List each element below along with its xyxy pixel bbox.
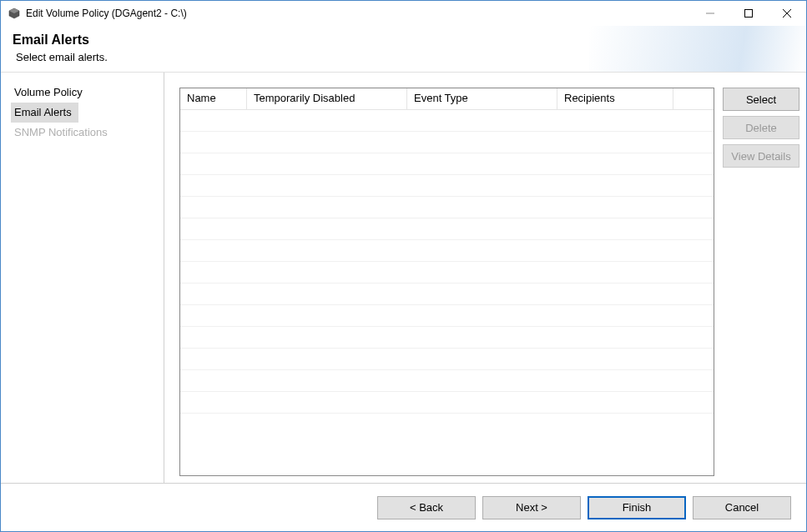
table-row[interactable] <box>180 218 714 240</box>
column-header-spacer <box>673 88 714 109</box>
view-details-button: View Details <box>723 144 799 168</box>
window-controls <box>691 1 806 26</box>
table-header-row: Name Temporarily Disabled Event Type Rec… <box>180 88 714 110</box>
delete-button: Delete <box>723 116 799 139</box>
table-row[interactable] <box>180 284 714 305</box>
page-heading: Email Alerts <box>13 33 794 48</box>
column-header-temp-disabled[interactable]: Temporarily Disabled <box>247 88 407 109</box>
content-area: Volume Policy Email Alerts SNMP Notifica… <box>1 72 806 483</box>
dialog-window: Edit Volume Policy (DGAgent2 - C:\) Emai… <box>0 0 807 532</box>
minimize-button[interactable] <box>691 1 729 26</box>
close-button[interactable] <box>768 1 806 26</box>
sidebar-item-snmp-notifications: SNMP Notifications <box>1 123 164 143</box>
maximize-button[interactable] <box>729 1 768 26</box>
table-row[interactable] <box>180 327 714 349</box>
app-icon <box>8 7 21 20</box>
main-pane: Name Temporarily Disabled Event Type Rec… <box>164 73 806 483</box>
wizard-footer: < Back Next > Finish Cancel <box>1 483 806 531</box>
table-row[interactable] <box>180 349 714 370</box>
select-button[interactable]: Select <box>723 88 799 111</box>
svg-rect-3 <box>745 10 753 18</box>
sidebar-item-email-alerts[interactable]: Email Alerts <box>11 103 78 123</box>
back-button[interactable]: < Back <box>377 496 476 519</box>
column-header-name[interactable]: Name <box>180 88 247 109</box>
table-row[interactable] <box>180 132 714 153</box>
page-subtitle: Select email alerts. <box>16 51 794 63</box>
window-title: Edit Volume Policy (DGAgent2 - C:\) <box>26 8 187 19</box>
column-header-recipients[interactable]: Recipients <box>557 88 673 109</box>
column-header-event-type[interactable]: Event Type <box>407 88 557 109</box>
table-row[interactable] <box>180 110 714 132</box>
alerts-table[interactable]: Name Temporarily Disabled Event Type Rec… <box>179 88 714 476</box>
table-body <box>180 110 714 475</box>
next-button[interactable]: Next > <box>482 496 581 519</box>
table-row[interactable] <box>180 262 714 284</box>
finish-button[interactable]: Finish <box>588 496 686 519</box>
page-header: Email Alerts Select email alerts. <box>1 26 806 72</box>
table-row[interactable] <box>180 197 714 218</box>
table-row[interactable] <box>180 240 714 262</box>
table-row[interactable] <box>180 305 714 327</box>
wizard-steps-sidebar: Volume Policy Email Alerts SNMP Notifica… <box>1 73 164 483</box>
table-row[interactable] <box>180 392 714 414</box>
table-row[interactable] <box>180 175 714 197</box>
table-row[interactable] <box>180 153 714 175</box>
cancel-button[interactable]: Cancel <box>693 496 791 519</box>
side-action-buttons: Select Delete View Details <box>723 88 799 476</box>
sidebar-item-volume-policy[interactable]: Volume Policy <box>1 83 164 103</box>
title-bar: Edit Volume Policy (DGAgent2 - C:\) <box>1 1 806 26</box>
table-row[interactable] <box>180 370 714 392</box>
